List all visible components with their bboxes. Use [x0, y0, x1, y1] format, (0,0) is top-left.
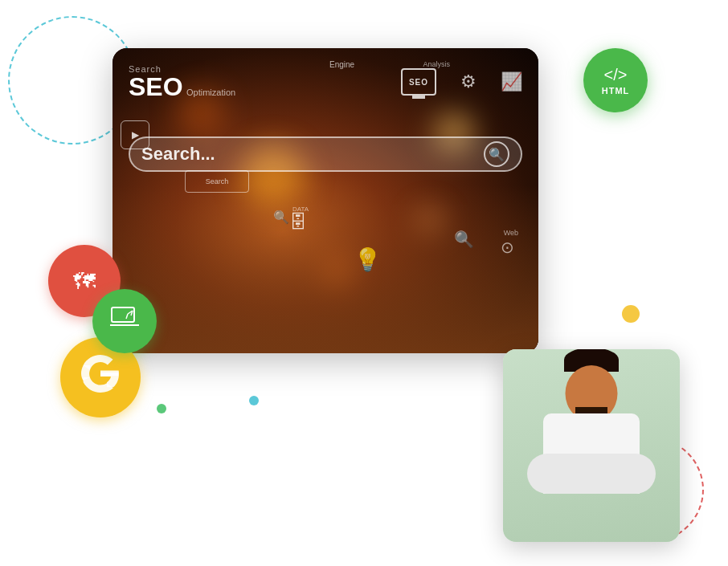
code-icon: </>: [604, 66, 628, 84]
chart-icon-box: 📈: [501, 71, 522, 92]
analysis-label: Analysis: [423, 60, 450, 68]
hands-overlay: [112, 185, 538, 353]
float-search-icon-2: 🔍: [273, 210, 289, 225]
top-icons-row: SEO ⚙ 📈: [401, 68, 522, 96]
google-g-icon: [80, 353, 121, 401]
person-card: [503, 349, 680, 542]
svg-rect-5: [100, 373, 118, 376]
optimization-label: Optimization: [186, 88, 235, 97]
chart-icon: 📈: [501, 71, 522, 92]
database-icon: 🗄: [289, 212, 307, 233]
float-pie-icon: ⊙: [501, 238, 514, 257]
html-badge-label: HTML: [602, 86, 630, 96]
html-badge: </> HTML: [583, 48, 648, 112]
gear-icon-box: ⚙: [460, 71, 476, 92]
circle-edit-icon: [92, 289, 157, 353]
decorative-dot-yellow: [622, 305, 640, 323]
person-arms: [527, 454, 656, 494]
seo-text-area: Search SEO Optimization: [129, 64, 235, 100]
engine-label: Engine: [329, 60, 354, 69]
search-label: Search: [129, 64, 235, 74]
web-label: Web: [504, 229, 518, 237]
float-search-icon-1: 🔍: [454, 230, 474, 249]
main-card: Search SEO Optimization Engine Analysis …: [112, 48, 538, 353]
person-figure: [503, 349, 680, 542]
decorative-dot-blue: [249, 396, 259, 405]
monitor-icon: SEO: [401, 68, 436, 96]
content-icon-area: ▶: [121, 120, 149, 149]
search-bar[interactable]: Search... 🔍: [129, 136, 522, 172]
lightbulb-icon: 💡: [354, 246, 382, 273]
seo-background: Search SEO Optimization Engine Analysis …: [112, 48, 538, 353]
search-submit-icon[interactable]: 🔍: [484, 141, 509, 167]
map-icon: 🗺: [73, 268, 96, 295]
monitor-icon-box: SEO: [401, 68, 436, 96]
gear-icon: ⚙: [460, 71, 476, 92]
content-icon: ▶: [121, 120, 149, 149]
search-bar-text: Search...: [141, 144, 484, 165]
inner-search-box: Search: [185, 170, 249, 193]
decorative-dot-green: [157, 404, 166, 413]
svg-line-3: [126, 314, 128, 319]
edit-icon: [108, 304, 141, 338]
seo-big-label: SEO: [129, 72, 183, 101]
